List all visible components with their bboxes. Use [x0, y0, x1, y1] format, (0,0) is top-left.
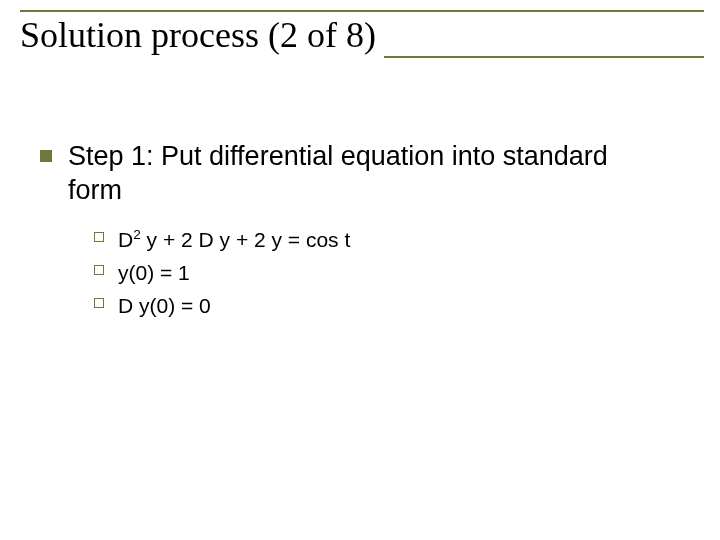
bullet-hollow-icon	[94, 265, 104, 275]
step-heading: Step 1: Put differential equation into s…	[68, 140, 628, 208]
list-item: D y(0) = 0	[94, 292, 680, 319]
bullet-hollow-icon	[94, 232, 104, 242]
slide-title: Solution process (2 of 8)	[20, 14, 384, 58]
body: Step 1: Put differential equation into s…	[40, 140, 680, 325]
equation-text: D2 y + 2 D y + 2 y = cos t	[118, 226, 350, 253]
list-item: D2 y + 2 D y + 2 y = cos t	[94, 226, 680, 253]
eq-post: y + 2 D y + 2 y = cos t	[141, 228, 351, 251]
eq-sup: 2	[133, 227, 141, 242]
eq-pre: y(0) = 1	[118, 261, 190, 284]
slide: Solution process (2 of 8) Step 1: Put di…	[0, 0, 720, 540]
title-area: Solution process (2 of 8)	[20, 10, 704, 58]
equation-text: y(0) = 1	[118, 259, 190, 286]
equation-text: D y(0) = 0	[118, 292, 211, 319]
step-heading-row: Step 1: Put differential equation into s…	[40, 140, 680, 208]
title-row: Solution process (2 of 8)	[20, 14, 704, 58]
bullet-hollow-icon	[94, 298, 104, 308]
title-rule-bottom	[384, 22, 704, 58]
eq-pre: D	[118, 228, 133, 251]
title-rule-top	[20, 10, 704, 12]
eq-pre: D y(0) = 0	[118, 294, 211, 317]
equation-list: D2 y + 2 D y + 2 y = cos t y(0) = 1 D y(…	[94, 226, 680, 320]
list-item: y(0) = 1	[94, 259, 680, 286]
bullet-filled-icon	[40, 150, 52, 162]
